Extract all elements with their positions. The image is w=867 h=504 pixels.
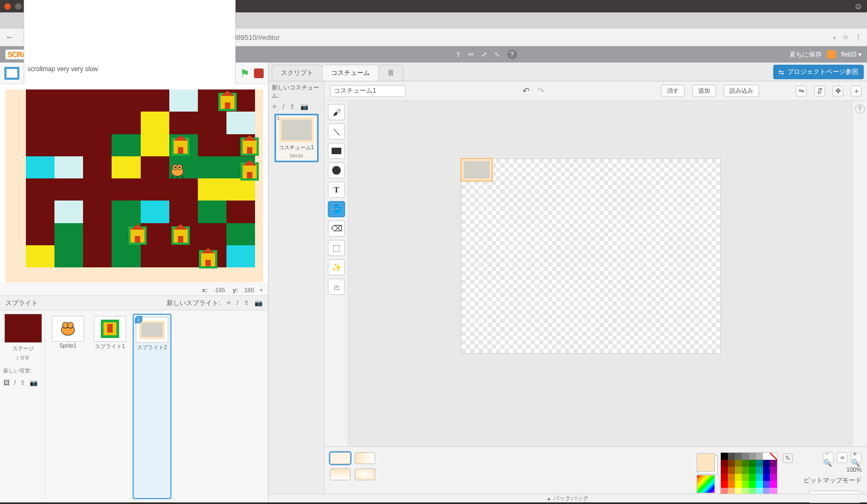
palette-swatch[interactable] [742,467,749,474]
tab-scripts[interactable]: スクリプト [272,65,322,81]
paint-canvas-area[interactable] [348,101,852,446]
line-tool-icon[interactable]: ＼ [328,123,345,140]
palette-swatch[interactable] [770,474,777,481]
save-now-button[interactable]: 直ちに保存 [789,50,822,59]
costume-object[interactable] [464,161,490,178]
palette-swatch[interactable] [763,481,770,488]
help-icon[interactable]: ? [507,50,517,59]
palette-swatch[interactable] [742,460,749,467]
upload-backdrop-icon[interactable]: ⇧ [20,379,25,386]
brush-tool-icon[interactable]: 🖌 [328,104,345,120]
stage-canvas[interactable] [5,89,263,282]
camera-sprite-icon[interactable]: 📷 [254,299,263,307]
upload-costume-icon[interactable]: ⇧ [290,103,295,111]
shrink-icon[interactable]: ⤡ [494,51,500,58]
paint-canvas[interactable] [462,159,720,353]
costume-thumbnail[interactable]: 1 コスチューム1 56x39 [274,114,319,162]
camera-costume-icon[interactable]: 📷 [300,103,308,111]
sprite-item-sprite-jp1[interactable]: スプライト1 [91,314,129,499]
upload-sprite-icon[interactable]: ⇧ [244,299,249,307]
undo-icon[interactable]: ↶ [522,86,529,96]
paint-sprite-icon[interactable]: / [237,299,238,307]
palette-swatch[interactable] [721,460,728,467]
window-minimize-button[interactable] [15,3,22,10]
house-sprite[interactable] [171,226,190,245]
flip-v-icon[interactable]: ⇵ [814,86,825,96]
scratch-cat-sprite[interactable] [168,161,187,180]
palette-swatch[interactable] [728,474,735,481]
back-icon[interactable]: ← [5,32,14,42]
palette-swatch[interactable] [770,453,777,460]
tab-sounds[interactable]: 音 [379,65,403,81]
house-sprite[interactable] [240,162,259,181]
ellipse-tool-icon[interactable] [328,162,345,178]
palette-swatch[interactable] [749,481,756,488]
palette-swatch[interactable] [749,460,756,467]
stamp-tool-icon[interactable]: ⏍ [328,279,345,295]
palette-swatch[interactable] [770,467,777,474]
palette-swatch[interactable] [721,474,728,481]
sprite-item-sprite1[interactable]: Sprite1 [49,314,87,499]
palette-swatch[interactable] [756,453,763,460]
zoom-reset-icon[interactable]: ＝ [837,452,848,463]
palette-swatch[interactable] [749,453,756,460]
coords-collapse-icon[interactable]: ◂ [259,286,263,293]
camera-backdrop-icon[interactable]: 📷 [30,379,38,386]
house-sprite[interactable] [240,137,259,156]
flip-h-icon[interactable]: ⇋ [796,86,807,96]
delete-icon[interactable]: ✂ [469,51,474,58]
palette-swatch[interactable] [742,453,749,460]
eraser-tool-icon[interactable]: ⌫ [328,220,345,237]
zoom-out-icon[interactable]: －🔍 [823,452,834,463]
palette-swatch[interactable] [756,474,763,481]
site-info-icon[interactable]: ⬨ [832,33,836,41]
duplicate-icon[interactable]: ⇪ [456,51,461,58]
palette-swatch[interactable] [728,467,735,474]
choose-costume-icon[interactable]: ✧ [272,103,277,111]
palette-swatch[interactable] [770,460,777,467]
wand-tool-icon[interactable]: ✨ [328,259,345,275]
select-tool-icon[interactable]: ⬚ [328,240,345,256]
add-layer-icon[interactable]: ＋ [851,86,862,96]
current-color-swatch[interactable] [697,453,715,472]
palette-swatch[interactable] [721,453,728,460]
house-sprite[interactable] [171,137,190,156]
grow-icon[interactable]: ⤢ [481,51,487,58]
color-gradient-picker[interactable] [697,475,715,493]
stage-thumbnail[interactable] [4,314,42,343]
palette-swatch[interactable] [735,474,742,481]
palette-swatch[interactable] [756,481,763,488]
fill-radial-swatch[interactable] [355,468,375,480]
palette-swatch[interactable] [728,453,735,460]
paint-costume-icon[interactable]: / [283,103,284,111]
choose-sprite-icon[interactable]: ✧ [226,299,231,307]
add-button[interactable]: 追加 [692,85,716,97]
choose-backdrop-icon[interactable]: 🖼 [3,379,10,386]
palette-swatch[interactable] [763,467,770,474]
sprite-info-icon[interactable]: i [135,316,142,323]
paint-backdrop-icon[interactable]: / [14,379,16,386]
palette-swatch[interactable] [721,467,728,474]
redo-icon[interactable]: ↷ [537,86,544,96]
eyedropper-icon[interactable]: ✎ [783,453,793,463]
user-menu[interactable]: field3 ▾ [841,51,862,58]
rect-tool-icon[interactable] [328,143,345,159]
tab-costumes[interactable]: コスチューム [322,65,379,81]
palette-swatch[interactable] [742,481,749,488]
palette-swatch[interactable] [728,481,735,488]
palette-swatch[interactable] [749,467,756,474]
bookmark-icon[interactable]: ☆ [843,33,849,41]
color-palette[interactable] [720,452,777,495]
project-page-button[interactable]: ⇆ プロジェクトページ参照 [773,65,864,79]
fill-tool-icon[interactable]: 🪣 [328,201,345,217]
palette-swatch[interactable] [735,453,742,460]
palette-swatch[interactable] [721,481,728,488]
zoom-in-icon[interactable]: ＋🔍 [851,452,862,463]
costume-name-input[interactable] [330,85,405,97]
green-flag-icon[interactable]: ⚑ [240,67,250,80]
palette-swatch[interactable] [763,453,770,460]
text-tool-icon[interactable]: T [328,182,345,198]
fill-solid-swatch[interactable] [330,452,350,464]
palette-swatch[interactable] [735,460,742,467]
palette-swatch[interactable] [735,481,742,488]
